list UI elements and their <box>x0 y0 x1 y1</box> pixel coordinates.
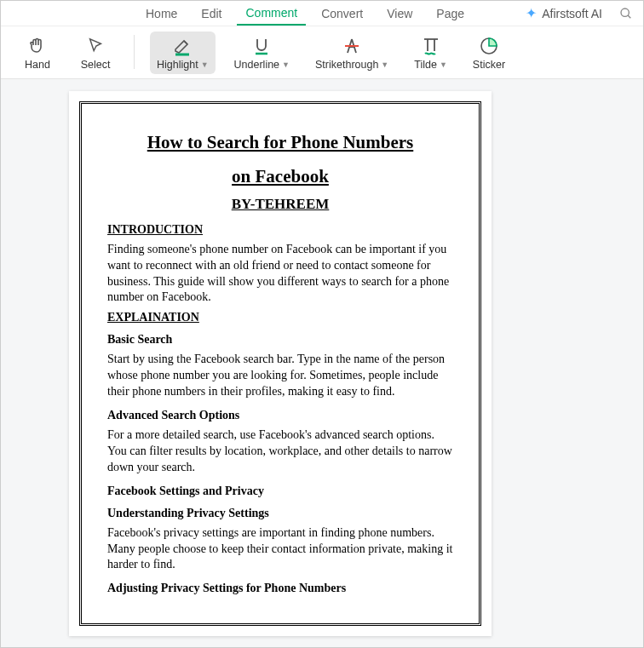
tool-strikethrough-label: Strikethrough <box>315 59 378 71</box>
doc-title-line2: on Facebook <box>107 160 453 194</box>
subheading-adjusting-privacy: Adjusting Privacy Settings for Phone Num… <box>107 582 453 595</box>
subheading-understanding-privacy: Understanding Privacy Settings <box>107 507 453 520</box>
tab-edit[interactable]: Edit <box>193 3 230 25</box>
tool-highlight-label: Highlight <box>157 59 198 71</box>
tool-select[interactable]: Select <box>72 32 118 74</box>
sparkle-icon: ✦ <box>526 5 537 21</box>
strikethrough-icon <box>342 35 362 57</box>
paragraph-introduction: Finding someone's phone number on Facebo… <box>107 242 453 307</box>
document-page[interactable]: How to Search for Phone Numbers on Faceb… <box>69 91 492 636</box>
hand-icon <box>27 35 48 57</box>
highlighter-icon <box>172 35 193 57</box>
toolbar: Hand Select Highlight ▼ Underline ▼ Stri… <box>1 26 643 79</box>
tool-tilde[interactable]: Tilde ▼ <box>407 32 454 74</box>
heading-explanation: EXPLAINATION <box>107 311 453 324</box>
svg-line-1 <box>628 15 630 18</box>
chevron-down-icon: ▼ <box>282 60 290 69</box>
tab-page[interactable]: Page <box>428 3 473 25</box>
svg-point-0 <box>621 9 629 16</box>
tool-highlight[interactable]: Highlight ▼ <box>150 32 216 74</box>
heading-introduction: INTRODUCTION <box>107 223 453 237</box>
tool-underline[interactable]: Underline ▼ <box>227 32 296 74</box>
paragraph-basic-search: Start by using the Facebook search bar. … <box>107 352 453 400</box>
tool-tilde-label: Tilde <box>414 59 437 71</box>
document-canvas[interactable]: How to Search for Phone Numbers on Faceb… <box>1 79 643 647</box>
top-tab-bar: Home Edit Comment Convert View Page ✦ Af… <box>1 1 643 26</box>
subheading-fb-settings: Facebook Settings and Privacy <box>107 485 453 498</box>
page-content: How to Search for Phone Numbers on Faceb… <box>79 101 481 626</box>
tool-strikethrough[interactable]: Strikethrough ▼ <box>308 32 395 74</box>
tab-home[interactable]: Home <box>137 3 186 25</box>
underline-icon <box>251 35 272 57</box>
tool-hand-label: Hand <box>25 59 50 71</box>
chevron-down-icon: ▼ <box>201 60 209 69</box>
tool-sticker[interactable]: Sticker <box>466 32 512 74</box>
search-icon <box>619 7 633 20</box>
tool-sticker-label: Sticker <box>473 59 505 71</box>
doc-title-line1: How to Search for Phone Numbers <box>107 126 453 160</box>
tool-underline-label: Underline <box>234 59 280 71</box>
tilde-icon <box>421 35 441 57</box>
tool-hand[interactable]: Hand <box>14 32 60 74</box>
toolbar-separator <box>134 35 135 69</box>
tab-view[interactable]: View <box>378 3 421 25</box>
chevron-down-icon: ▼ <box>381 60 388 69</box>
chevron-down-icon: ▼ <box>440 60 447 69</box>
doc-byline: BY-TEHREEM <box>107 196 453 213</box>
cursor-icon <box>86 35 105 57</box>
tab-convert[interactable]: Convert <box>313 3 371 25</box>
tab-comment[interactable]: Comment <box>237 2 306 26</box>
sticker-icon <box>479 35 499 57</box>
subheading-advanced: Advanced Search Options <box>107 409 453 422</box>
paragraph-advanced: For a more detailed search, use Facebook… <box>107 427 453 476</box>
ai-label: Afirstsoft AI <box>542 7 602 20</box>
paragraph-privacy: Facebook's privacy settings are importan… <box>107 525 453 574</box>
subheading-basic-search: Basic Search <box>107 333 453 347</box>
ai-button[interactable]: ✦ Afirstsoft AI <box>526 5 602 21</box>
tool-select-label: Select <box>81 59 111 71</box>
search-button[interactable] <box>619 7 633 20</box>
